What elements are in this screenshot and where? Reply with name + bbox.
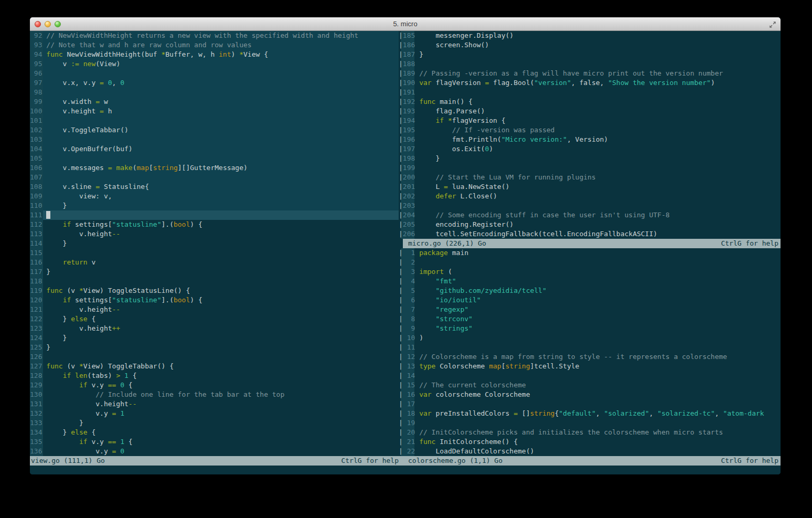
code-line[interactable]: 114 }	[30, 239, 399, 248]
code-line[interactable]: 122 } else {	[30, 314, 399, 324]
code-line[interactable]: 135 if v.y == 1 {	[30, 437, 399, 447]
code-line[interactable]: | 5 "github.com/zyedidia/tcell"	[399, 286, 781, 295]
code-line[interactable]: | 18 var preInstalledColors = []string{"…	[399, 409, 781, 418]
code-line[interactable]: |204 // Some encoding stuff in case the …	[399, 210, 781, 220]
code-line[interactable]: 101	[30, 116, 399, 125]
pane-view-go[interactable]: 92 // NewViewWidthHeight returns a new v…	[30, 31, 399, 456]
code-line[interactable]: 108 v.sline = Statusline{	[30, 182, 399, 192]
code-line[interactable]: | 11	[399, 343, 781, 352]
code-token: =	[95, 98, 100, 105]
code-line[interactable]: 104 v.OpenBuffer(buf)	[30, 144, 399, 154]
code-line[interactable]: 117 }	[30, 267, 399, 277]
code-line[interactable]: 97 v.x, v.y = 0, 0	[30, 78, 399, 88]
code-line[interactable]: 107	[30, 173, 399, 182]
code-line[interactable]: 95 v := new(View)	[30, 59, 399, 69]
minimize-button[interactable]	[45, 21, 51, 27]
code-line[interactable]: 93 // Note that w and h are raw column a…	[30, 40, 399, 50]
code-line[interactable]: 129 if v.y == 0 {	[30, 380, 399, 390]
code-line[interactable]: 113 v.height--	[30, 229, 399, 239]
code-line[interactable]: | 9 "strings"	[399, 324, 781, 333]
code-line[interactable]: 112 if settings["statusline"].(bool) {	[30, 220, 399, 229]
code-line[interactable]: |188	[399, 59, 781, 69]
code-line[interactable]: 120 if settings["statusline"].(bool) {	[30, 295, 399, 305]
code-line[interactable]: | 16 var colorscheme Colorscheme	[399, 390, 781, 399]
code-line[interactable]: |201 L = lua.NewState()	[399, 182, 781, 192]
code-line[interactable]: 100 v.height = h	[30, 107, 399, 116]
pane-micro-go[interactable]: |185 messenger.Display()|186 screen.Show…	[399, 31, 781, 239]
code-line[interactable]: | 3 import (	[399, 267, 781, 277]
code-line[interactable]: 133 }	[30, 418, 399, 428]
code-line[interactable]: | 4 "fmt"	[399, 277, 781, 286]
code-line[interactable]: |186 screen.Show()	[399, 40, 781, 50]
code-line[interactable]: | 13 type Colorscheme map[string]tcell.S…	[399, 362, 781, 371]
code-line[interactable]: 126	[30, 352, 399, 362]
code-line[interactable]: | 7 "regexp"	[399, 305, 781, 314]
code-line[interactable]: 128 if len(tabs) > 1 {	[30, 371, 399, 380]
code-token: "fmt"	[435, 277, 456, 285]
code-line[interactable]: 99 v.width = w	[30, 97, 399, 107]
code-line[interactable]: 136 v.y = 0	[30, 447, 399, 456]
code-line[interactable]: 118	[30, 277, 399, 286]
code-line[interactable]: | 1 package main	[399, 248, 781, 258]
code-line[interactable]: | 6 "io/ioutil"	[399, 295, 781, 305]
code-line[interactable]: 106 v.messages = make(map[string][]Gutte…	[30, 163, 399, 173]
code-line[interactable]: 121 v.height--	[30, 305, 399, 314]
code-line[interactable]: | 10 )	[399, 333, 781, 343]
code-line[interactable]: |193 flag.Parse()	[399, 107, 781, 116]
code-line[interactable]: |206 tcell.SetEncodingFallback(tcell.Enc…	[399, 229, 781, 239]
code-line[interactable]: | 8 "strconv"	[399, 314, 781, 324]
code-line[interactable]: 124 }	[30, 333, 399, 343]
code-line[interactable]: |187 }	[399, 50, 781, 59]
code-token: flagVersion	[432, 79, 485, 87]
code-line[interactable]: 123 v.height++	[30, 324, 399, 333]
code-line[interactable]: |205 encoding.Register()	[399, 220, 781, 229]
code-line[interactable]: 131 v.height--	[30, 399, 399, 409]
code-line[interactable]: 94 func NewViewWidthHeight(buf *Buffer, …	[30, 50, 399, 59]
code-line[interactable]: 102 v.ToggleTabbar()	[30, 125, 399, 135]
code-line[interactable]: 119 func (v *View) ToggleStatusLine() {	[30, 286, 399, 295]
code-line[interactable]: 98	[30, 88, 399, 97]
code-line[interactable]: 115	[30, 248, 399, 258]
code-line[interactable]: | 14	[399, 371, 781, 380]
code-line[interactable]: |189 // Passing -version as a flag will …	[399, 69, 781, 78]
code-line[interactable]: 109 view: v,	[30, 192, 399, 201]
code-line[interactable]: | 2	[399, 258, 781, 267]
code-line[interactable]: 125 }	[30, 343, 399, 352]
fullscreen-resize-icon[interactable]	[769, 20, 776, 28]
code-line[interactable]: | 21 func InitColorscheme() {	[399, 437, 781, 447]
code-line[interactable]: 105	[30, 154, 399, 163]
code-line[interactable]: |202 defer L.Close()	[399, 192, 781, 201]
code-line[interactable]: 92 // NewViewWidthHeight returns a new v…	[30, 31, 399, 40]
code-line[interactable]: | 19	[399, 418, 781, 428]
code-line[interactable]: |199	[399, 163, 781, 173]
code-line[interactable]: | 15 // The current colorscheme	[399, 380, 781, 390]
code-line[interactable]: |192 func main() {	[399, 97, 781, 107]
code-line[interactable]: | 17	[399, 399, 781, 409]
code-line[interactable]: 127 func (v *View) ToggleTabbar() {	[30, 362, 399, 371]
code-line[interactable]: |195 // If -version was passed	[399, 125, 781, 135]
code-line[interactable]: |190 var flagVersion = flag.Bool("versio…	[399, 78, 781, 88]
close-button[interactable]	[35, 21, 41, 27]
code-line[interactable]: |203	[399, 201, 781, 210]
code-line[interactable]: 132 v.y = 1	[30, 409, 399, 418]
code-line[interactable]: |191	[399, 88, 781, 97]
code-line[interactable]: |198 }	[399, 154, 781, 163]
code-line[interactable]: 110 }	[30, 201, 399, 210]
code-line[interactable]: 130 // Include one line for the tab bar …	[30, 390, 399, 399]
code-line[interactable]: 116 return v	[30, 258, 399, 267]
code-line[interactable]: | 20 // InitColorscheme picks and initia…	[399, 428, 781, 437]
code-line[interactable]: | 12 // Colorscheme is a map from string…	[399, 352, 781, 362]
code-line[interactable]: |197 os.Exit(0)	[399, 144, 781, 154]
zoom-button[interactable]	[55, 21, 61, 27]
window-titlebar[interactable]: 5. micro	[30, 17, 781, 31]
code-line[interactable]: |196 fmt.Println("Micro version:", Versi…	[399, 135, 781, 144]
pane-colorscheme-go[interactable]: | 1 package main| 2 | 3 import (| 4 "fmt…	[399, 248, 781, 456]
code-line[interactable]: | 22 LoadDefaultColorscheme()	[399, 447, 781, 456]
code-line[interactable]: 134 } else {	[30, 428, 399, 437]
code-line[interactable]: 103	[30, 135, 399, 144]
code-line[interactable]: |194 if *flagVersion {	[399, 116, 781, 125]
code-line[interactable]: 111	[30, 210, 399, 220]
code-line[interactable]: 96	[30, 69, 399, 78]
code-line[interactable]: |185 messenger.Display()	[399, 31, 781, 40]
code-line[interactable]: |200 // Start the Lua VM for running plu…	[399, 173, 781, 182]
